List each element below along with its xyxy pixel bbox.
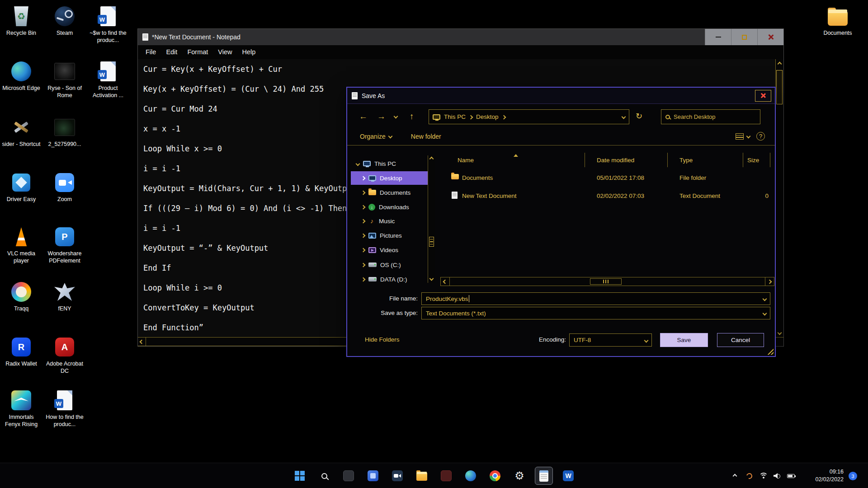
scroll-left-icon[interactable] (441, 277, 450, 286)
desktop-icon-feny[interactable]: fENY (44, 280, 85, 313)
recent-locations-icon[interactable] (394, 114, 398, 119)
chevron-down-icon[interactable] (763, 297, 767, 301)
tray-volume-button[interactable] (771, 463, 783, 488)
cancel-button[interactable]: Cancel (717, 333, 764, 347)
desktop-icon-documents[interactable]: Documents (817, 5, 859, 37)
desktop-icon-recycle-bin[interactable]: Recycle Bin (0, 5, 42, 37)
desktop-icon-vlc[interactable]: VLC media player (0, 225, 42, 264)
taskbar-app-darkred[interactable] (437, 467, 455, 485)
start-button[interactable] (291, 467, 309, 485)
search-box[interactable] (661, 109, 760, 124)
file-row-documents[interactable]: Documents 05/01/2022 17:08 File folder (446, 169, 770, 186)
desktop-icon-product-activation[interactable]: Product Activation ... (87, 60, 129, 99)
search-input[interactable] (674, 113, 750, 120)
desktop-icon-radix-wallet[interactable]: Radix Wallet (0, 335, 42, 368)
new-folder-button[interactable]: New folder (411, 133, 441, 140)
scroll-down-icon[interactable] (776, 328, 783, 337)
taskbar-edge[interactable] (462, 467, 480, 485)
taskbar-word[interactable] (559, 467, 577, 485)
desktop-icon-acrobat[interactable]: Adobe Acrobat DC (44, 335, 85, 375)
desktop-icon-zoom[interactable]: Zoom (44, 171, 85, 203)
desktop-icon-immortals[interactable]: Immortals Fenyx Rising (0, 389, 42, 428)
refresh-icon[interactable]: ↻ (636, 111, 642, 121)
chevron-right-icon[interactable] (501, 115, 506, 119)
menu-file[interactable]: File (141, 45, 161, 59)
column-header-name[interactable]: Name (446, 153, 585, 167)
desktop-icon-how-to-find[interactable]: How to find the produc... (44, 389, 85, 428)
desktop-icon-sider-shortcut[interactable]: sider - Shortcut (0, 116, 42, 148)
scroll-left-icon[interactable] (138, 338, 146, 346)
taskbar-chrome[interactable] (486, 467, 504, 485)
close-button[interactable] (757, 29, 783, 45)
tray-sync-button[interactable] (743, 463, 755, 488)
taskbar-app-dark[interactable] (340, 467, 358, 485)
scrollbar-thumb[interactable] (429, 237, 434, 247)
dialog-close-button[interactable] (755, 90, 771, 102)
sidebar-item-downloads[interactable]: Downloads (351, 200, 428, 214)
up-button[interactable]: ↑ (410, 112, 414, 121)
column-header-size[interactable]: Size (743, 153, 770, 167)
scroll-up-icon[interactable] (776, 59, 783, 68)
menu-edit[interactable]: Edit (161, 45, 182, 59)
taskbar-search-button[interactable] (315, 467, 333, 485)
tray-overflow-button[interactable] (729, 463, 741, 488)
sidebar-item-desktop[interactable]: Desktop (351, 171, 428, 185)
notepad-vertical-scrollbar[interactable] (775, 59, 783, 337)
save-button[interactable]: Save (660, 333, 708, 347)
chevron-right-icon[interactable] (469, 115, 473, 119)
save-as-type-dropdown[interactable]: Text Documents (*.txt) (421, 307, 770, 319)
menu-format[interactable]: Format (182, 45, 213, 59)
desktop-icon-traqq[interactable]: Traqq (0, 280, 42, 313)
sidebar-scrollbar[interactable] (428, 155, 435, 283)
sidebar-item-pictures[interactable]: Pictures (351, 229, 428, 242)
sidebar-item-data-d[interactable]: DATA (D:) (351, 272, 428, 286)
breadcrumb-this-pc[interactable]: This PC (444, 113, 466, 120)
menu-view[interactable]: View (213, 45, 237, 59)
taskbar-clock[interactable]: 09:16 02/02/2022 (815, 463, 844, 488)
tray-network-button[interactable] (758, 463, 769, 488)
chevron-right-icon[interactable] (361, 233, 366, 238)
scroll-down-icon[interactable] (429, 277, 434, 281)
taskbar-camera-app[interactable] (388, 467, 406, 485)
chevron-right-icon[interactable] (361, 176, 366, 180)
file-name-input[interactable]: ProductKey.vbs (421, 292, 770, 305)
minimize-button[interactable] (705, 29, 731, 45)
desktop-icon-temp-doc[interactable]: ~$w to find the produc... (87, 5, 129, 44)
desktop-icon-pdfelement[interactable]: Wondershare PDFelement (44, 225, 85, 264)
chevron-right-icon[interactable] (361, 248, 366, 252)
taskbar-notepad-active[interactable] (535, 467, 553, 485)
scrollbar-thumb[interactable] (590, 278, 622, 285)
menu-help[interactable]: Help (237, 45, 260, 59)
desktop-icon-image-file[interactable]: 2_5275990... (44, 116, 85, 148)
back-button[interactable]: ← (359, 112, 368, 121)
column-header-type[interactable]: Type (668, 153, 743, 167)
desktop-icon-steam[interactable]: Steam (44, 5, 85, 37)
taskbar-settings[interactable] (510, 467, 528, 485)
sidebar-item-music[interactable]: Music (351, 214, 428, 228)
file-list-horizontal-scrollbar[interactable] (440, 277, 774, 286)
chevron-right-icon[interactable] (361, 263, 366, 267)
maximize-button[interactable] (731, 29, 757, 45)
help-button[interactable]: ? (756, 132, 765, 141)
chevron-down-icon[interactable] (644, 338, 649, 343)
sidebar-item-os-c[interactable]: OS (C:) (351, 258, 428, 272)
chevron-right-icon[interactable] (361, 205, 366, 209)
dialog-titlebar[interactable]: Save As (347, 88, 775, 104)
notification-badge[interactable]: 3 (849, 472, 857, 480)
tray-battery-button[interactable] (785, 463, 797, 488)
breadcrumb-desktop[interactable]: Desktop (476, 113, 499, 120)
scrollbar-thumb[interactable] (776, 70, 783, 104)
taskbar-app-blue[interactable] (364, 467, 382, 485)
file-row-new-text-document[interactable]: New Text Document 02/02/2022 07:03 Text … (446, 187, 770, 204)
encoding-dropdown[interactable]: UTF-8 (569, 333, 652, 347)
desktop-icon-ryse[interactable]: Ryse - Son of Rome (44, 60, 85, 99)
forward-button[interactable]: → (377, 112, 386, 121)
chevron-right-icon[interactable] (361, 219, 366, 223)
breadcrumb[interactable]: This PC Desktop (429, 109, 629, 124)
notepad-titlebar[interactable]: *New Text Document - Notepad (138, 29, 783, 45)
resize-grip[interactable] (766, 347, 774, 355)
chevron-right-icon[interactable] (361, 190, 366, 195)
scroll-right-icon[interactable] (765, 277, 774, 286)
view-options-button[interactable] (736, 133, 750, 140)
scroll-up-icon[interactable] (429, 157, 434, 161)
